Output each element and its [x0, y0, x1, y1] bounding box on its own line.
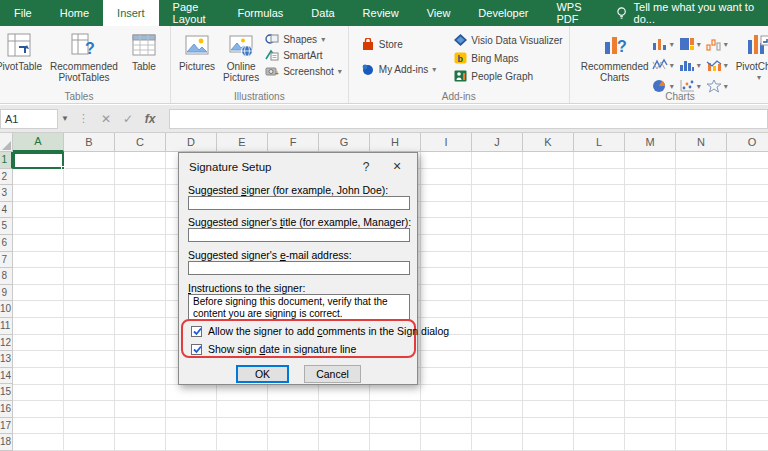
cell-H17[interactable]	[370, 418, 421, 435]
cell-K3[interactable]	[523, 185, 574, 202]
cell-F17[interactable]	[268, 418, 319, 435]
insert-statistic-chart-button[interactable]: ▾	[679, 55, 705, 75]
cancel-button[interactable]: Cancel	[304, 365, 361, 383]
cell-N1[interactable]	[676, 152, 727, 169]
cell-B4[interactable]	[64, 202, 115, 219]
row-header-11[interactable]: 11	[0, 318, 13, 335]
row-header-10[interactable]: 10	[0, 301, 13, 318]
cell-J9[interactable]	[472, 285, 523, 302]
cell-L16[interactable]	[574, 401, 625, 418]
cell-B13[interactable]	[64, 351, 115, 368]
cell-N6[interactable]	[676, 235, 727, 252]
cell-C15[interactable]	[115, 385, 166, 402]
cell-K15[interactable]	[523, 385, 574, 402]
cell-J5[interactable]	[472, 218, 523, 235]
tab-formulas[interactable]: Formulas	[224, 0, 298, 26]
cell-K1[interactable]	[523, 152, 574, 169]
tab-insert[interactable]: Insert	[103, 0, 159, 26]
cell-C10[interactable]	[115, 301, 166, 318]
cell-O11[interactable]	[727, 318, 768, 335]
cell-F18[interactable]	[268, 434, 319, 451]
cell-J16[interactable]	[472, 401, 523, 418]
allow-comments-checkbox-row[interactable]: Allow the signer to add comments in the …	[191, 325, 449, 337]
cancel-entry-icon[interactable]: ✕	[95, 112, 117, 126]
screenshot-button[interactable]: + Screenshot ▾	[265, 65, 342, 77]
cell-I3[interactable]	[421, 185, 472, 202]
cell-O6[interactable]	[727, 235, 768, 252]
cell-A7[interactable]	[13, 252, 64, 269]
cell-B10[interactable]	[64, 301, 115, 318]
cell-L7[interactable]	[574, 252, 625, 269]
cell-A13[interactable]	[13, 351, 64, 368]
row-header-17[interactable]: 17	[0, 418, 13, 435]
recommended-pivottables-button[interactable]: ? Recommended PivotTables	[46, 30, 122, 85]
tab-home[interactable]: Home	[46, 0, 103, 26]
suggested-signer-title-input[interactable]	[188, 228, 410, 242]
dialog-help-button[interactable]: ?	[359, 160, 373, 174]
column-header-H[interactable]: H	[370, 133, 421, 152]
row-header-6[interactable]: 6	[0, 235, 13, 252]
cell-I10[interactable]	[421, 301, 472, 318]
cell-D15[interactable]	[166, 385, 217, 402]
cell-J15[interactable]	[472, 385, 523, 402]
shapes-button[interactable]: Shapes ▾	[265, 33, 342, 45]
cell-M2[interactable]	[625, 169, 676, 186]
selected-cell-A1[interactable]	[13, 152, 64, 169]
cell-O3[interactable]	[727, 185, 768, 202]
row-header-15[interactable]: 15	[0, 384, 13, 401]
tab-view[interactable]: View	[413, 0, 465, 26]
cell-A2[interactable]	[13, 169, 64, 186]
cell-B3[interactable]	[64, 185, 115, 202]
cell-L1[interactable]	[574, 152, 625, 169]
cell-B2[interactable]	[64, 169, 115, 186]
my-addins-button[interactable]: My Add-ins ▾	[361, 63, 436, 76]
cell-D16[interactable]	[166, 401, 217, 418]
ok-button[interactable]: OK	[236, 365, 289, 383]
cell-J7[interactable]	[472, 252, 523, 269]
cell-N7[interactable]	[676, 252, 727, 269]
enter-entry-icon[interactable]: ✓	[117, 112, 139, 126]
cell-I17[interactable]	[421, 418, 472, 435]
cell-E15[interactable]	[217, 385, 268, 402]
column-header-K[interactable]: K	[523, 133, 574, 152]
cell-A10[interactable]	[13, 301, 64, 318]
cell-L17[interactable]	[574, 418, 625, 435]
column-header-O[interactable]: O	[727, 133, 768, 152]
cell-D18[interactable]	[166, 434, 217, 451]
cell-H16[interactable]	[370, 401, 421, 418]
cell-N9[interactable]	[676, 285, 727, 302]
suggested-signer-email-input[interactable]	[188, 261, 410, 275]
cell-O5[interactable]	[727, 218, 768, 235]
row-header-13[interactable]: 13	[0, 351, 13, 368]
cell-I1[interactable]	[421, 152, 472, 169]
cell-A17[interactable]	[13, 418, 64, 435]
cell-N15[interactable]	[676, 385, 727, 402]
cell-I8[interactable]	[421, 268, 472, 285]
instructions-textarea[interactable]: Before signing this document, verify tha…	[188, 294, 410, 320]
cell-C8[interactable]	[115, 268, 166, 285]
cell-F16[interactable]	[268, 401, 319, 418]
column-header-I[interactable]: I	[421, 133, 472, 152]
cell-B1[interactable]	[64, 152, 115, 169]
cell-B12[interactable]	[64, 335, 115, 352]
cell-C11[interactable]	[115, 318, 166, 335]
row-header-9[interactable]: 9	[0, 285, 13, 302]
cell-L13[interactable]	[574, 351, 625, 368]
cell-J1[interactable]	[472, 152, 523, 169]
row-header-7[interactable]: 7	[0, 252, 13, 269]
cell-C1[interactable]	[115, 152, 166, 169]
cell-A3[interactable]	[13, 185, 64, 202]
cell-I12[interactable]	[421, 335, 472, 352]
cell-N14[interactable]	[676, 368, 727, 385]
cell-O7[interactable]	[727, 252, 768, 269]
cell-G18[interactable]	[319, 434, 370, 451]
column-header-N[interactable]: N	[676, 133, 727, 152]
show-sign-date-checkbox-row[interactable]: Show sign date in signature line	[191, 343, 356, 355]
suggested-signer-input[interactable]	[188, 196, 410, 210]
people-graph-button[interactable]: People Graph	[454, 70, 562, 82]
cell-I4[interactable]	[421, 202, 472, 219]
cell-K8[interactable]	[523, 268, 574, 285]
cell-J8[interactable]	[472, 268, 523, 285]
cell-K13[interactable]	[523, 351, 574, 368]
cell-M1[interactable]	[625, 152, 676, 169]
